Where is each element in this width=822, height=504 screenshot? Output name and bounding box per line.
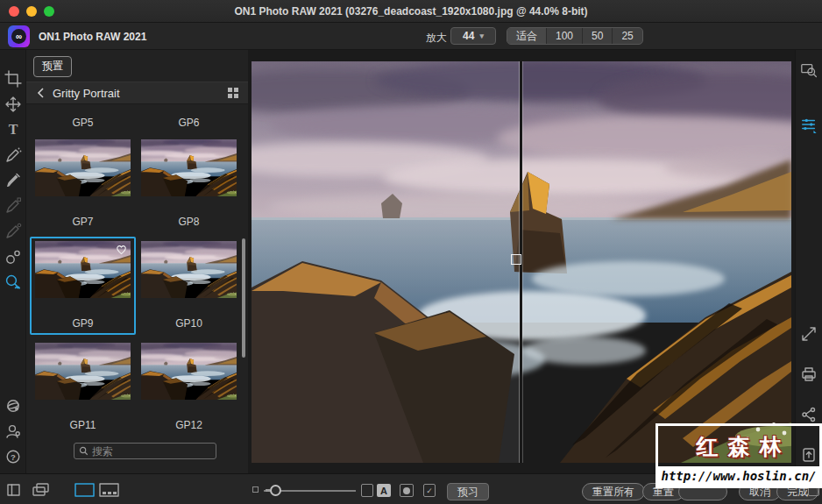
preset-cell-gp8[interactable]: GP8: [136, 135, 242, 233]
browser-windows-icon[interactable]: [30, 481, 51, 499]
app-name: ON1 Photo RAW 2021: [39, 31, 146, 43]
preset-thumbnail[interactable]: [141, 343, 237, 400]
zoom-level-value: 44: [463, 30, 474, 42]
filmstrip-view-icon[interactable]: [98, 481, 121, 499]
preview-button[interactable]: 预习: [447, 483, 489, 500]
window-title: ON1 Photo RAW 2021 (03276_deadcoast_1920…: [0, 5, 822, 18]
watermark-name: 红森林: [687, 432, 791, 461]
preset-label: GP7: [72, 216, 93, 228]
photo-preview: [252, 61, 791, 463]
preset-label[interactable]: GP6: [136, 117, 242, 129]
opacity-min-icon: [252, 486, 259, 493]
grid-view-icon[interactable]: [227, 87, 239, 99]
chevron-down-icon: ▾: [479, 32, 484, 40]
preset-cell-gp7[interactable]: GP7: [30, 135, 136, 233]
view-tool-icon[interactable]: [4, 273, 23, 292]
share-icon[interactable]: [799, 405, 818, 424]
help-icon[interactable]: ?: [4, 447, 23, 466]
zoom-fit-button[interactable]: 适合: [507, 28, 547, 44]
reset-all-button[interactable]: 重置所有: [582, 483, 645, 500]
on1-logo-icon: ∞: [8, 25, 30, 47]
crop-tool-icon[interactable]: [4, 69, 23, 89]
blank-square-toggle[interactable]: [361, 484, 373, 497]
preset-partial-labels: GP5 GP6: [26, 117, 248, 129]
preset-category-header: Gritty Portrait: [26, 82, 248, 104]
account-icon[interactable]: [4, 422, 23, 441]
search-input[interactable]: [92, 445, 206, 458]
heart-icon[interactable]: [115, 243, 128, 255]
masking-brush-tool-icon[interactable]: [4, 171, 23, 190]
sphere-icon[interactable]: [4, 396, 23, 415]
single-view-icon[interactable]: [74, 481, 96, 499]
preset-label: GP12: [175, 419, 202, 431]
preset-grid: GP7: [26, 135, 248, 437]
preset-search-field[interactable]: [74, 443, 216, 459]
navigator-icon[interactable]: [799, 60, 818, 80]
preset-cell-gp9-selected[interactable]: GP9: [30, 237, 136, 335]
search-icon: [79, 444, 89, 459]
presets-tab[interactable]: 预置: [33, 56, 72, 77]
maximize-button[interactable]: [44, 6, 54, 17]
svg-text:T: T: [8, 122, 18, 137]
slider-knob[interactable]: [270, 485, 281, 496]
print-icon[interactable]: [799, 365, 818, 384]
move-tool-icon[interactable]: [4, 95, 23, 114]
zoom-25-button[interactable]: 25: [613, 28, 641, 44]
resize-export-icon[interactable]: [799, 324, 818, 344]
preset-thumbnail[interactable]: [35, 139, 131, 196]
mask-view-toggle[interactable]: [400, 484, 414, 497]
preset-label: GP9: [72, 317, 93, 330]
minimize-button[interactable]: [26, 6, 37, 17]
right-toolbar: [795, 50, 822, 473]
presets-scrollbar[interactable]: [242, 238, 245, 358]
masking-bug-tool-icon[interactable]: [4, 196, 23, 216]
close-button[interactable]: [9, 6, 19, 17]
preset-label[interactable]: GP5: [30, 117, 136, 129]
watermark-top: 红森林: [658, 426, 819, 466]
preset-cell-gp12[interactable]: GP12: [136, 338, 242, 437]
zoom-preset-segmented-control: 适合 100 50 25: [507, 27, 643, 45]
app-bar: ∞ ON1 Photo RAW 2021 放大 44 ▾ 适合 100 50 2…: [0, 23, 822, 50]
preset-thumbnail[interactable]: [141, 241, 237, 298]
preset-thumbnail[interactable]: [141, 139, 237, 196]
preset-cell-gp11[interactable]: GP11: [30, 338, 136, 437]
preset-label: GP8: [178, 216, 199, 228]
zoom-label: 放大: [426, 31, 447, 46]
left-panel-toggle-icon[interactable]: [6, 481, 22, 499]
svg-text:?: ?: [11, 452, 16, 462]
zoom-level-dropdown[interactable]: 44 ▾: [450, 27, 496, 45]
presets-panel: 预置 Gritty Portrait GP5 GP6: [26, 50, 248, 473]
paint-tool-icon[interactable]: [4, 146, 23, 165]
preset-thumbnail[interactable]: [35, 343, 131, 400]
app-window: ON1 Photo RAW 2021 (03276_deadcoast_1920…: [0, 0, 822, 504]
watermark-box: 红森林 http://www.hoslin.cn/: [655, 423, 822, 488]
zoom-100-button[interactable]: 100: [547, 28, 583, 44]
preset-category-title: Gritty Portrait: [53, 87, 227, 100]
text-tool-icon[interactable]: T: [4, 120, 23, 139]
clone-tool-icon[interactable]: [4, 247, 23, 266]
preset-label: GP11: [70, 419, 96, 431]
left-toolbar: T ?: [0, 50, 26, 473]
zoom-50-button[interactable]: 50: [583, 28, 613, 44]
titlebar: ON1 Photo RAW 2021 (03276_deadcoast_1920…: [0, 0, 822, 23]
refine-brush-tool-icon[interactable]: [4, 222, 23, 241]
canvas-area: [248, 50, 795, 473]
back-chevron-icon[interactable]: [35, 87, 47, 99]
adjustments-icon[interactable]: [799, 115, 818, 134]
show-original-toggle[interactable]: A: [377, 484, 391, 497]
preset-label: GP10: [175, 317, 202, 330]
preset-cell-gp10[interactable]: GP10: [136, 237, 242, 335]
soft-proof-toggle[interactable]: ✓: [423, 484, 436, 497]
watermark-url: http://www.hoslin.cn/: [658, 466, 819, 486]
